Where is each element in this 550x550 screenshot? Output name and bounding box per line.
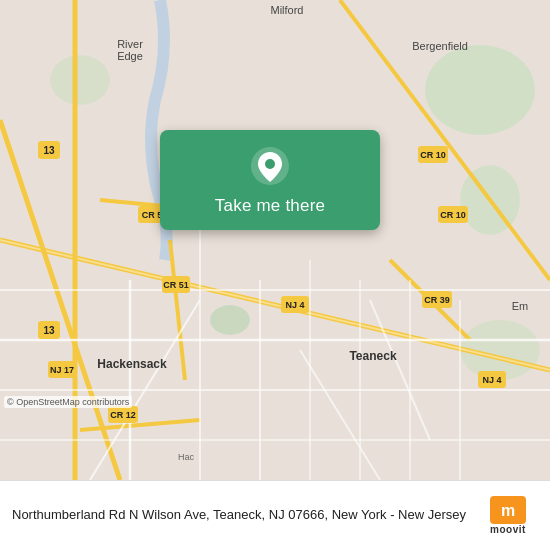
svg-point-5	[210, 305, 250, 335]
svg-text:13: 13	[43, 145, 55, 156]
svg-text:NJ 17: NJ 17	[50, 365, 74, 375]
location-pin-icon	[250, 146, 290, 186]
svg-text:CR 10: CR 10	[440, 210, 466, 220]
svg-text:Teaneck: Teaneck	[349, 349, 396, 363]
moovit-logo: m moovit	[478, 496, 538, 535]
svg-text:Milford: Milford	[270, 4, 303, 16]
svg-text:NJ 4: NJ 4	[285, 300, 304, 310]
svg-text:13: 13	[43, 325, 55, 336]
svg-point-60	[265, 159, 275, 169]
svg-text:NJ 4: NJ 4	[482, 375, 501, 385]
svg-text:Edge: Edge	[117, 50, 143, 62]
svg-text:m: m	[501, 502, 515, 519]
svg-point-4	[50, 55, 110, 105]
address-text: Northumberland Rd N Wilson Ave, Teaneck,…	[12, 506, 470, 524]
moovit-brand-text: moovit	[490, 524, 526, 535]
moovit-icon: m	[490, 496, 526, 524]
svg-text:CR 51: CR 51	[163, 280, 189, 290]
take-me-there-button[interactable]: Take me there	[215, 196, 325, 216]
svg-point-1	[425, 45, 535, 135]
bottom-bar: Northumberland Rd N Wilson Ave, Teaneck,…	[0, 480, 550, 550]
svg-text:Em: Em	[512, 300, 529, 312]
svg-text:CR 12: CR 12	[110, 410, 136, 420]
svg-text:River: River	[117, 38, 143, 50]
osm-credit: © OpenStreetMap contributors	[4, 396, 132, 408]
svg-text:Hac: Hac	[178, 452, 195, 462]
location-card: Take me there	[160, 130, 380, 230]
svg-text:CR 39: CR 39	[424, 295, 450, 305]
map-view: 13 13 CR 5 CR 51 CR 10 CR 10 CR 39 NJ 4 …	[0, 0, 550, 480]
svg-text:CR 10: CR 10	[420, 150, 446, 160]
svg-text:Hackensack: Hackensack	[97, 357, 167, 371]
svg-text:Bergenfield: Bergenfield	[412, 40, 468, 52]
map-svg: 13 13 CR 5 CR 51 CR 10 CR 10 CR 39 NJ 4 …	[0, 0, 550, 480]
